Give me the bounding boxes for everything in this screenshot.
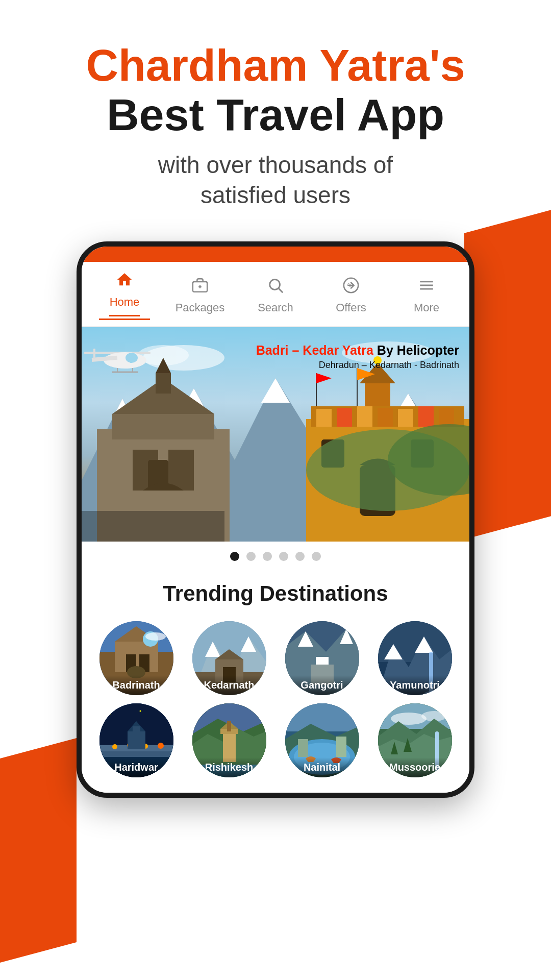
banner-title: Badri – Kedar Yatra By Helicopter <box>256 342 459 358</box>
svg-rect-114 <box>285 703 359 731</box>
svg-rect-30 <box>337 408 352 427</box>
svg-marker-16 <box>261 378 290 403</box>
svg-point-3 <box>270 280 280 290</box>
svg-line-4 <box>279 289 283 293</box>
banner-title-red: Badri – Kedar Yatra <box>256 343 373 357</box>
carousel-dot-4[interactable] <box>279 552 288 561</box>
home-icon <box>116 271 133 292</box>
nav-item-search[interactable]: Search <box>250 277 301 314</box>
svg-rect-54 <box>82 511 224 542</box>
svg-rect-118 <box>298 739 308 757</box>
svg-rect-36 <box>365 383 390 406</box>
carousel-dot-1[interactable] <box>230 552 239 561</box>
banner-subtitle: Dehradun – Kedarnath - Badrinath <box>256 360 459 371</box>
section-title-trending: Trending Destinations <box>82 571 469 621</box>
dest-label-kedarnath: Kedarnath <box>192 675 266 695</box>
destination-circle-rishikesh: Rishikesh <box>192 703 266 777</box>
dest-label-yamunotri: Yamunotri <box>378 675 452 695</box>
destination-yamunotri[interactable]: Yamunotri <box>372 621 457 695</box>
banner-title-black: By Helicopter <box>377 343 459 357</box>
svg-rect-34 <box>418 406 434 427</box>
header-subtitle: with over thousands ofsatisfied users <box>86 150 465 211</box>
nav-label-home: Home <box>110 296 140 309</box>
banner-text: Badri – Kedar Yatra By Helicopter Dehrad… <box>256 342 459 371</box>
phone-mockup: Home Packages <box>77 241 474 798</box>
page-wrapper: Chardham Yatra's Best Travel App with ov… <box>0 0 551 798</box>
nav-label-offers: Offers <box>336 301 366 314</box>
header-line2: Best Travel App <box>86 90 465 140</box>
destination-circle-kedarnath: Kedarnath <box>192 621 266 695</box>
svg-rect-102 <box>133 726 140 737</box>
destination-badrinath[interactable]: Badrinath <box>94 621 179 695</box>
dest-label-nainital: Nainital <box>285 757 359 777</box>
dest-label-gangotri: Gangotri <box>285 675 359 695</box>
destination-circle-gangotri: Gangotri <box>285 621 359 695</box>
svg-point-90 <box>109 713 111 715</box>
destination-rishikesh[interactable]: Rishikesh <box>187 703 271 777</box>
svg-point-50 <box>126 353 138 363</box>
svg-rect-25 <box>156 373 171 394</box>
nav-item-more[interactable]: More <box>401 277 452 314</box>
search-icon <box>267 277 284 298</box>
destination-circle-yamunotri: Yamunotri <box>378 621 452 695</box>
svg-point-91 <box>139 710 141 712</box>
svg-marker-40 <box>316 373 332 383</box>
destination-kedarnath[interactable]: Kedarnath <box>187 621 271 695</box>
svg-rect-35 <box>439 408 454 427</box>
svg-rect-32 <box>378 408 393 427</box>
destination-circle-haridwar: Haridwar <box>99 703 173 777</box>
header-section: Chardham Yatra's Best Travel App with ov… <box>55 41 495 211</box>
svg-rect-29 <box>316 409 332 427</box>
svg-rect-49 <box>93 349 95 359</box>
phone-top-bar <box>82 247 469 262</box>
nav-item-offers[interactable]: % Offers <box>325 277 377 314</box>
svg-point-92 <box>165 715 167 717</box>
nav-label-packages: Packages <box>176 301 225 314</box>
destination-nainital[interactable]: Nainital <box>280 703 364 777</box>
dest-label-rishikesh: Rishikesh <box>192 757 266 777</box>
destination-mussoorie[interactable]: Mussoorie <box>372 703 457 777</box>
destination-circle-mussoorie: Mussoorie <box>378 703 452 777</box>
destination-haridwar[interactable]: Haridwar <box>94 703 179 777</box>
carousel-dot-5[interactable] <box>295 552 305 561</box>
destination-circle-badrinath: Badrinath <box>99 621 173 695</box>
packages-icon <box>191 277 209 298</box>
carousel-dot-3[interactable] <box>263 552 272 561</box>
header-line1: Chardham Yatra's <box>86 41 465 90</box>
svg-text:%: % <box>347 282 353 288</box>
nav-label-search: Search <box>258 301 293 314</box>
svg-rect-80 <box>316 657 329 665</box>
nav-item-packages[interactable]: Packages <box>174 277 226 314</box>
carousel-dot-2[interactable] <box>246 552 256 561</box>
destinations-grid: Badrinath Kedarnath <box>82 621 469 793</box>
offers-icon: % <box>342 277 360 298</box>
dest-label-badrinath: Badrinath <box>99 675 173 695</box>
nav-item-home[interactable]: Home <box>99 271 150 320</box>
nav-label-more: More <box>414 301 439 314</box>
more-icon <box>418 277 435 298</box>
destination-gangotri[interactable]: Gangotri <box>280 621 364 695</box>
svg-point-65 <box>145 632 166 641</box>
dest-label-mussoorie: Mussoorie <box>378 757 452 777</box>
svg-rect-33 <box>398 409 413 427</box>
svg-point-99 <box>158 743 164 749</box>
dest-label-haridwar: Haridwar <box>99 757 173 777</box>
carousel-dots <box>82 542 469 571</box>
bottom-nav: Home Packages <box>82 262 469 327</box>
nav-active-indicator <box>109 315 140 316</box>
destination-circle-nainital: Nainital <box>285 703 359 777</box>
svg-rect-111 <box>227 721 231 731</box>
svg-rect-20 <box>112 414 214 439</box>
hero-banner: Badri – Kedar Yatra By Helicopter Dehrad… <box>82 327 469 542</box>
carousel-dot-6[interactable] <box>312 552 321 561</box>
svg-rect-31 <box>357 406 372 427</box>
svg-point-47 <box>104 352 146 369</box>
svg-rect-119 <box>336 737 346 757</box>
svg-point-96 <box>112 744 117 749</box>
